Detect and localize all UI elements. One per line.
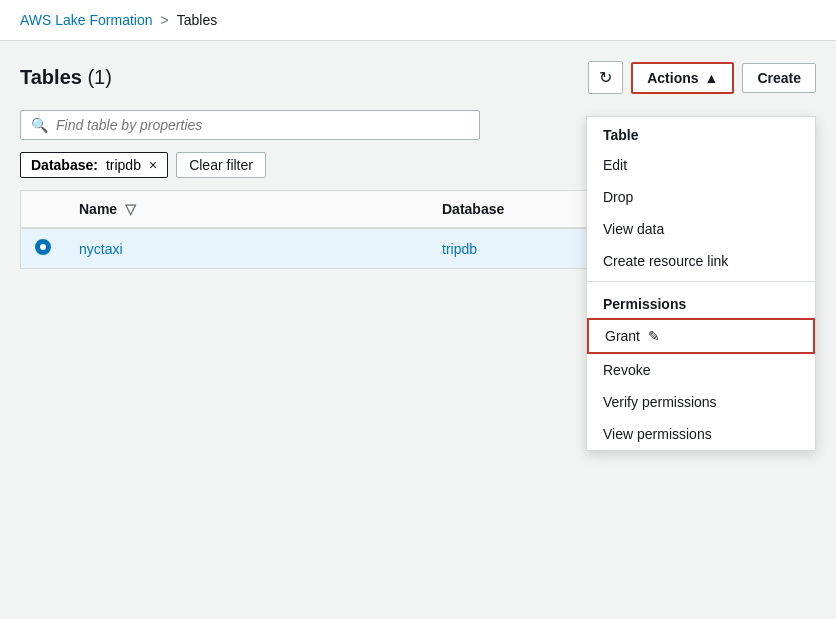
dropdown-item-view-permissions[interactable]: View permissions xyxy=(587,418,815,450)
row-radio-cell[interactable] xyxy=(21,228,66,269)
breadcrumb: AWS Lake Formation > Tables xyxy=(0,0,836,41)
search-input[interactable] xyxy=(56,117,469,133)
actions-button[interactable]: Actions ▲ xyxy=(631,62,734,94)
col-header-name[interactable]: Name ▽ xyxy=(65,191,428,229)
dropdown-item-view-data[interactable]: View data xyxy=(587,213,815,245)
breadcrumb-service-link[interactable]: AWS Lake Formation xyxy=(20,12,153,28)
dropdown-item-verify-permissions[interactable]: Verify permissions xyxy=(587,386,815,418)
filter-tag-value: tripdb xyxy=(106,157,141,173)
page-title: Tables (1) xyxy=(20,66,112,89)
col-header-select xyxy=(21,191,66,229)
grant-label: Grant xyxy=(605,328,640,344)
breadcrumb-separator: > xyxy=(161,12,169,28)
sort-icon-name: ▽ xyxy=(125,201,136,217)
breadcrumb-current: Tables xyxy=(177,12,217,28)
create-button[interactable]: Create xyxy=(742,63,816,93)
dropdown-item-revoke[interactable]: Revoke xyxy=(587,354,815,386)
filter-tag-label: Database: xyxy=(31,157,98,173)
dropdown-section-table: Table xyxy=(587,117,815,149)
header-row: Tables (1) ↻ Actions ▲ Create Table Edit… xyxy=(20,61,816,94)
search-icon: 🔍 xyxy=(31,117,48,133)
page-count: (1) xyxy=(87,66,111,88)
actions-arrow-icon: ▲ xyxy=(705,70,719,86)
page-title-text: Tables (1) xyxy=(20,66,112,88)
dropdown-divider xyxy=(587,281,815,282)
refresh-button[interactable]: ↻ xyxy=(588,61,623,94)
toolbar: ↻ Actions ▲ Create Table Edit Drop View … xyxy=(588,61,816,94)
dropdown-item-drop[interactable]: Drop xyxy=(587,181,815,213)
row-name-cell: nyctaxi xyxy=(65,228,428,269)
table-name-link[interactable]: nyctaxi xyxy=(79,241,123,257)
clear-filter-button[interactable]: Clear filter xyxy=(176,152,266,178)
dropdown-item-create-resource-link[interactable]: Create resource link xyxy=(587,245,815,277)
search-bar: 🔍 xyxy=(20,110,480,140)
dropdown-item-edit[interactable]: Edit xyxy=(587,149,815,181)
database-filter-tag: Database: tripdb × xyxy=(20,152,168,178)
filter-tag-close-button[interactable]: × xyxy=(149,157,157,173)
dropdown-section-permissions: Permissions xyxy=(587,286,815,318)
actions-label: Actions xyxy=(647,70,698,86)
table-database-link[interactable]: tripdb xyxy=(442,241,477,257)
main-content: Tables (1) ↻ Actions ▲ Create Table Edit… xyxy=(0,41,836,289)
actions-dropdown-menu: Table Edit Drop View data Create resourc… xyxy=(586,116,816,451)
cursor-icon: ✎ xyxy=(648,328,660,344)
dropdown-item-grant[interactable]: Grant ✎ xyxy=(587,318,815,354)
radio-button-selected[interactable] xyxy=(35,239,51,255)
